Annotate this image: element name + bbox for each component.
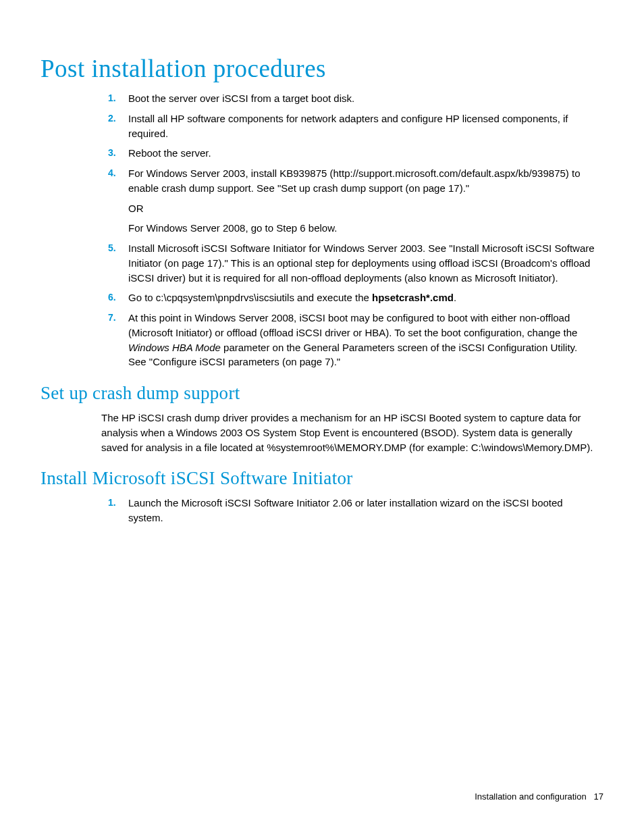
procedure-list-1: 1. Boot the server over iSCSI from a tar… [108,91,597,369]
bold-text: hpsetcrash*.cmd [372,292,454,303]
footer-section: Installation and configuration [475,791,587,802]
list-item: 6. Go to c:\cpqsystem\pnpdrvs\iscsiutils… [108,290,597,305]
list-number: 1. [108,496,116,509]
list-text: Launch the Microsoft iSCSI Software Init… [128,497,563,523]
footer-page-number: 17 [594,791,603,802]
page-heading: Post installation procedures [41,54,603,83]
list-subtext: OR [128,201,597,216]
list-text: Install Microsoft iSCSI Software Initiat… [128,242,595,284]
list-subtext: For Windows Server 2008, go to Step 6 be… [128,221,597,236]
list-item: 1. Launch the Microsoft iSCSI Software I… [108,496,597,525]
list-item: 7. At this point in Windows Server 2008,… [108,311,597,369]
list-number: 7. [108,311,116,324]
procedure-list-2: 1. Launch the Microsoft iSCSI Software I… [108,496,597,525]
list-text: At this point in Windows Server 2008, iS… [128,312,577,367]
list-number: 6. [108,290,116,304]
section-heading: Set up crash dump support [41,383,603,404]
list-text: Boot the server over iSCSI from a target… [128,93,354,104]
section-heading: Install Microsoft iSCSI Software Initiat… [41,468,603,489]
list-item: 1. Boot the server over iSCSI from a tar… [108,91,597,106]
list-item: 3. Reboot the server. [108,146,597,161]
page-footer: Installation and configuration 17 [475,791,603,802]
list-number: 2. [108,111,116,125]
list-item: 4. For Windows Server 2003, install KB93… [108,166,597,236]
list-number: 3. [108,146,116,159]
list-text: Go to c:\cpqsystem\pnpdrvs\iscsiutils an… [128,292,456,303]
body-paragraph: The HP iSCSI crash dump driver provides … [101,411,597,454]
list-item: 5. Install Microsoft iSCSI Software Init… [108,241,597,285]
list-text: Install all HP software components for n… [128,113,568,139]
list-item: 2. Install all HP software components fo… [108,111,597,141]
list-number: 1. [108,91,116,105]
italic-text: Windows HBA Mode [128,342,221,353]
list-text: For Windows Server 2003, install KB93987… [128,167,581,194]
list-text: Reboot the server. [128,147,211,159]
list-number: 4. [108,166,116,180]
list-number: 5. [108,241,116,255]
